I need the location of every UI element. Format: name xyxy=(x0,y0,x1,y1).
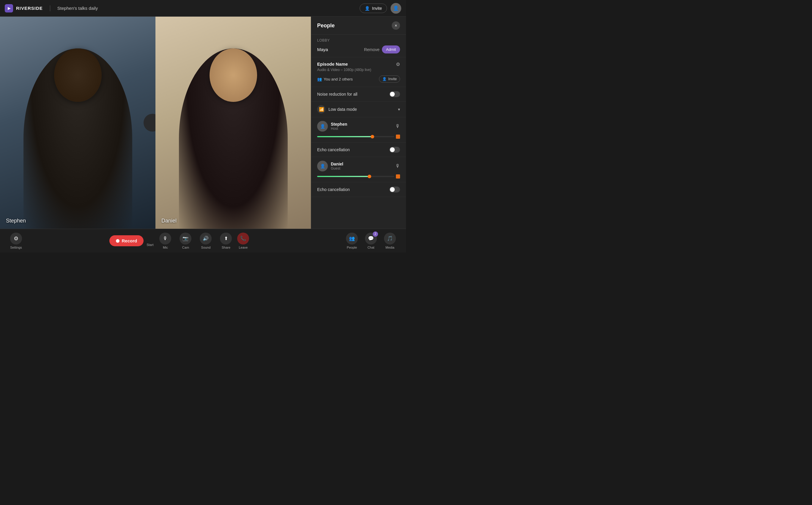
daniel-name: Daniel xyxy=(331,162,392,166)
episode-name: Episode Name xyxy=(317,61,348,66)
face-left xyxy=(54,48,102,102)
episode-row: Episode Name ⚙ xyxy=(317,61,400,67)
stephen-person-top: 👤 Stephen Host 🎙 xyxy=(317,121,400,132)
record-button[interactable]: Record xyxy=(109,235,144,246)
echo-cancellation-daniel-row: Echo cancellation xyxy=(311,182,406,197)
echo2-toggle-knob xyxy=(390,187,395,192)
close-icon: × xyxy=(395,23,397,28)
panel-title: People xyxy=(317,23,335,29)
toolbar-left: ⚙ Settings xyxy=(7,232,25,249)
chevron-down-icon: ▾ xyxy=(398,107,400,112)
start-label: Start xyxy=(147,243,153,246)
daniel-mic-button[interactable]: 🎙 xyxy=(395,163,400,169)
leave-label: Leave xyxy=(239,246,248,249)
toolbar-right: 👥 People 💬 2 Chat 🎵 Media xyxy=(333,231,399,250)
main-area: Stephen Daniel People × Lobby Maya xyxy=(0,17,406,229)
settings-icon: ⚙ xyxy=(10,232,22,244)
lobby-section: Lobby Maya Remove Admit xyxy=(311,35,406,57)
mic-icon: 🎙 xyxy=(159,232,171,244)
chat-badge: 2 xyxy=(373,231,378,237)
record-dot xyxy=(116,239,120,243)
stephen-role: Host xyxy=(331,127,392,131)
daniel-audio-row: 👤 Daniel Guest 🎙 xyxy=(311,157,406,182)
video-tile-daniel: Daniel xyxy=(155,17,311,229)
chat-label: Chat xyxy=(367,246,374,249)
stephen-audio-row: 👤 Stephen Host 🎙 xyxy=(311,117,406,143)
cam-icon: 📷 xyxy=(179,232,191,244)
invite-small-button[interactable]: 👤 Invite xyxy=(379,75,400,82)
admit-button[interactable]: Admit xyxy=(382,45,400,53)
logo-text: RIVERSIDE xyxy=(16,6,43,11)
people-button[interactable]: 👥 People xyxy=(343,231,361,250)
sound-label: Sound xyxy=(201,246,211,249)
low-data-row[interactable]: 📶 Low data mode ▾ xyxy=(311,102,406,117)
invite-label: Invite xyxy=(372,6,382,11)
daniel-audio-slider[interactable] xyxy=(317,176,394,177)
sound-icon: 🔊 xyxy=(200,232,212,244)
toolbar: ⚙ Settings Record Start 🎙 Mic 📷 Cam 🔊 So… xyxy=(0,229,406,252)
stephen-audio-slider[interactable] xyxy=(317,136,394,137)
panel-header: People × xyxy=(311,17,406,35)
mic-button[interactable]: 🎙 Mic xyxy=(156,231,174,250)
chat-icon-wrapper: 💬 2 xyxy=(365,232,377,244)
gear-button[interactable]: ⚙ xyxy=(396,61,400,67)
header-divider xyxy=(50,5,50,11)
episode-section: Episode Name ⚙ Audio & Video – 1080p (48… xyxy=(311,57,406,87)
share-button[interactable]: ⬆ Share xyxy=(217,231,235,250)
mic-label: Mic xyxy=(163,246,168,249)
participants-label: You and 2 others xyxy=(324,77,353,81)
record-label: Record xyxy=(122,238,137,243)
header: ▶ RIVERSIDE Stephen's talks daily 👤 Invi… xyxy=(0,0,406,17)
stephen-mic-button[interactable]: 🎙 xyxy=(395,124,400,129)
close-panel-button[interactable]: × xyxy=(392,21,400,30)
daniel-role: Guest xyxy=(331,166,392,171)
video-tile-stephen: Stephen xyxy=(0,17,155,229)
toolbar-center: Record Start 🎙 Mic 📷 Cam 🔊 Sound ⬆ Share… xyxy=(25,231,333,250)
media-label: Media xyxy=(386,246,394,249)
header-right: 👤 Invite 👤 xyxy=(360,3,401,14)
settings-button[interactable]: ⚙ Settings xyxy=(10,232,22,249)
media-icon: 🎵 xyxy=(384,232,396,244)
settings-label: Settings xyxy=(10,246,22,249)
session-title: Stephen's talks daily xyxy=(57,6,98,11)
user-avatar: 👤 xyxy=(391,3,401,14)
daniel-avatar: 👤 xyxy=(317,161,328,171)
stephen-info: Stephen Host xyxy=(331,122,392,131)
cam-label: Cam xyxy=(182,246,189,249)
episode-meta: Audio & Video – 1080p (480p live) xyxy=(317,68,400,72)
media-button[interactable]: 🎵 Media xyxy=(381,231,399,250)
stephen-audio-thumb[interactable] xyxy=(371,135,374,138)
low-data-left: 📶 Low data mode xyxy=(317,105,357,114)
noise-reduction-toggle[interactable] xyxy=(389,91,400,97)
noise-reduction-row: Noise reduction for all xyxy=(311,87,406,102)
low-data-icon: 📶 xyxy=(317,105,325,114)
cam-button[interactable]: 📷 Cam xyxy=(176,231,194,250)
daniel-audio-fill xyxy=(317,176,370,177)
lobby-user-row: Maya Remove Admit xyxy=(317,45,400,53)
sound-button[interactable]: 🔊 Sound xyxy=(197,231,215,250)
echo-cancellation-toggle[interactable] xyxy=(389,147,400,153)
daniel-audio-thumb[interactable] xyxy=(368,175,371,178)
low-data-label: Low data mode xyxy=(328,107,357,112)
remove-button[interactable]: Remove xyxy=(364,47,380,52)
echo-cancellation2-toggle[interactable] xyxy=(389,187,400,192)
stephen-volume-indicator xyxy=(396,135,400,139)
invite-button[interactable]: 👤 Invite xyxy=(360,4,387,13)
invite-icon: 👤 xyxy=(365,6,370,11)
logo-area: ▶ RIVERSIDE Stephen's talks daily xyxy=(5,4,98,12)
toggle-knob xyxy=(390,92,395,97)
echo-cancellation-label: Echo cancellation xyxy=(317,147,350,152)
lobby-actions: Remove Admit xyxy=(364,45,400,53)
daniel-audio-bar-container xyxy=(317,174,400,179)
noise-reduction-label: Noise reduction for all xyxy=(317,92,357,97)
leave-button-area[interactable]: 📞 Leave xyxy=(237,232,249,249)
start-label-area: Start xyxy=(147,235,153,246)
stephen-avatar: 👤 xyxy=(317,121,328,132)
daniel-person-top: 👤 Daniel Guest 🎙 xyxy=(317,161,400,171)
chat-button[interactable]: 💬 2 Chat xyxy=(362,231,380,250)
viewers-row: 👥 You and 2 others 👤 Invite xyxy=(317,75,400,82)
daniel-volume-indicator xyxy=(396,174,400,179)
lobby-label: Lobby xyxy=(317,38,400,42)
echo-cancellation-stephen-row: Echo cancellation xyxy=(311,143,406,157)
leave-icon: 📞 xyxy=(237,232,249,244)
